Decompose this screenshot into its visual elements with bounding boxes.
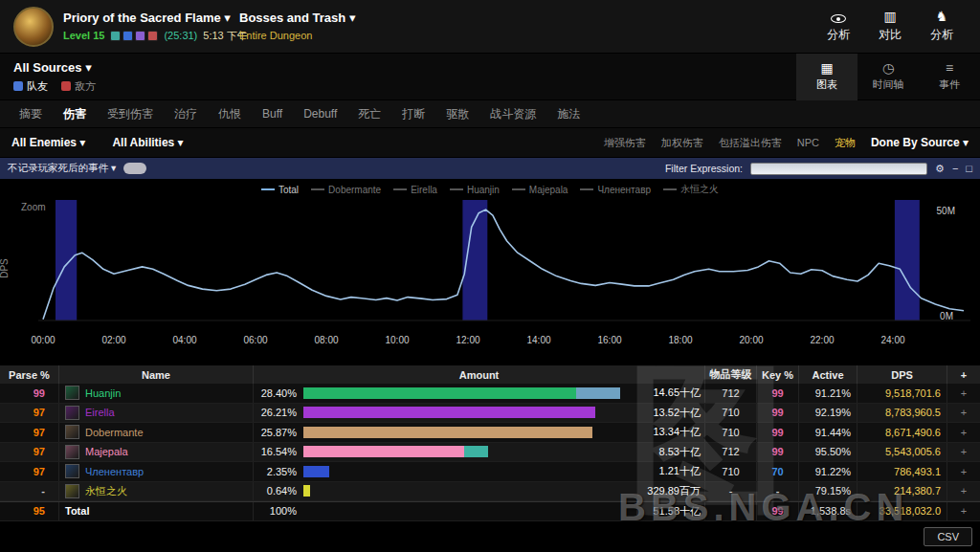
fight-selector[interactable]: Bosses and Trash ▾ (239, 11, 355, 25)
column-header[interactable]: Name (59, 365, 254, 384)
x-tick-label: 02:00 (97, 335, 131, 345)
expand-row-button[interactable]: + (947, 462, 980, 481)
view-tab-label: 时间轴 (873, 77, 904, 92)
tab[interactable]: 死亡 (348, 99, 390, 129)
dps-chart-plot[interactable] (0, 196, 980, 332)
dps-cell: 214,380.7 (858, 482, 947, 501)
list-icon: ≡ (946, 61, 953, 76)
top-nav: 分析▥对比♞分析 (827, 10, 967, 43)
damage-option[interactable]: 加权伤害 (661, 136, 703, 150)
nav-item-eye[interactable]: 分析 (827, 10, 850, 43)
legend-item[interactable]: Членентавр (580, 183, 651, 196)
nav-item-bank[interactable]: ▥对比 (879, 10, 902, 43)
tab[interactable]: 打断 (392, 99, 434, 129)
table-row[interactable]: 97Членентавр2.35%1.21十亿7107091.22%786,49… (0, 462, 980, 482)
key-percent-cell: 99 (757, 443, 799, 462)
expand-row-button[interactable]: + (947, 384, 980, 403)
expand-row-button[interactable]: + (947, 404, 980, 423)
tab[interactable]: 伤害 (54, 99, 96, 129)
death-filter-dropdown[interactable]: 不记录玩家死后的事件 ▾ (8, 162, 116, 175)
table-row[interactable]: 97Majepala16.54%8.53十亿7129995.50%5,543,0… (0, 443, 980, 463)
nav-label: 对比 (879, 27, 902, 43)
csv-button[interactable]: CSV (924, 527, 972, 546)
active-cell: 79.15% (799, 482, 858, 501)
table-row[interactable]: 97Dobermante25.87%13.34十亿7109991.44%8,67… (0, 423, 980, 443)
column-header[interactable]: Active (799, 365, 858, 384)
tab[interactable]: 驱散 (436, 99, 479, 129)
nav-item-chess[interactable]: ♞分析 (930, 10, 953, 43)
table-row[interactable]: -永恒之火0.64%329.89百万--79.15%214,380.7+ (0, 482, 980, 502)
dps-cell: 9,518,701.6 (858, 384, 947, 403)
tab[interactable]: 仇恨 (209, 99, 251, 129)
fight-subtitle: Entire Dungeon (239, 30, 355, 41)
key-percent-cell: 70 (757, 462, 799, 481)
filter-options: 增强伤害加权伤害包括溢出伤害NPC宠物Done By Source ▾ (604, 136, 969, 150)
bar-track (303, 466, 620, 477)
tab[interactable]: 摘要 (10, 99, 52, 129)
minimize-icon[interactable]: − (952, 163, 958, 174)
damage-option[interactable]: NPC (797, 137, 819, 148)
view-tab-label: 图表 (816, 77, 837, 92)
expand-row-button[interactable]: + (947, 502, 980, 520)
all-abilities-dropdown[interactable]: All Abilities ▾ (112, 136, 183, 149)
player-name[interactable]: Huanjin (85, 387, 121, 399)
tab[interactable]: 施法 (547, 99, 590, 129)
expand-row-button[interactable]: + (947, 423, 980, 442)
enemies-label: 敌方 (75, 79, 96, 94)
report-title-dropdown[interactable]: Priory of the Sacred Flame ▾ (63, 11, 248, 25)
player-name[interactable]: Total (65, 505, 89, 517)
column-header[interactable]: 物品等级 (705, 365, 757, 384)
table-body: 99Huanjin28.40%14.65十亿7129991.21%9,518,7… (0, 384, 980, 521)
legend-item[interactable]: Majepala (512, 183, 568, 196)
all-sources-dropdown[interactable]: All Sources ▾ (13, 60, 96, 75)
column-header[interactable]: Parse % (0, 365, 59, 384)
damage-option[interactable]: 包括溢出伤害 (719, 136, 782, 150)
column-header[interactable]: DPS (858, 365, 947, 384)
column-header[interactable]: Amount (254, 365, 705, 384)
damage-option[interactable]: 增强伤害 (604, 136, 646, 150)
filter-expression-input[interactable] (750, 163, 927, 175)
view-tab-list[interactable]: ≡事件 (919, 54, 980, 100)
tab[interactable]: 战斗资源 (480, 99, 546, 129)
y-max-label: 50M (937, 206, 955, 216)
column-header[interactable]: Key % (757, 365, 799, 384)
tab[interactable]: 治疗 (165, 99, 207, 129)
legend-item[interactable]: Huanjin (450, 183, 500, 196)
done-by-source-dropdown[interactable]: Done By Source ▾ (871, 136, 969, 149)
player-name[interactable]: 永恒之火 (85, 484, 127, 498)
table-row[interactable]: 97Eirella26.21%13.52十亿7109992.19%8,783,9… (0, 404, 980, 424)
tab[interactable]: Buff (253, 100, 292, 127)
all-enemies-dropdown[interactable]: All Enemies ▾ (11, 136, 85, 149)
player-name[interactable]: Eirella (85, 407, 115, 418)
x-tick-label: 16:00 (592, 335, 627, 345)
table-row[interactable]: 99Huanjin28.40%14.65十亿7129991.21%9,518,7… (0, 384, 980, 404)
view-tab-grid[interactable]: ▦图表 (796, 54, 858, 100)
tab[interactable]: Debuff (294, 100, 346, 127)
legend-dash-icon (311, 188, 324, 190)
name-cell: Членентавр (59, 462, 254, 481)
legend-item[interactable]: Eirella (393, 183, 437, 196)
amount-cell: 26.21%13.52十亿 (254, 404, 705, 423)
parse-cell: 95 (0, 502, 59, 520)
maximize-icon[interactable]: □ (966, 163, 972, 174)
damage-option[interactable]: 宠物 (835, 136, 856, 150)
legend-item[interactable]: 永恒之火 (663, 183, 719, 196)
parse-cell: 97 (0, 443, 59, 462)
enemies-filter[interactable]: 敌方 (61, 79, 96, 94)
player-name[interactable]: Членентавр (85, 466, 144, 477)
legend-item[interactable]: Total (261, 183, 299, 196)
column-header[interactable]: + (947, 365, 980, 384)
expand-row-button[interactable]: + (947, 482, 980, 501)
player-name[interactable]: Dobermante (85, 427, 144, 438)
expand-row-button[interactable]: + (947, 443, 980, 462)
dungeon-icon[interactable] (13, 7, 54, 47)
legend-item[interactable]: Dobermante (311, 183, 381, 196)
tab[interactable]: 受到伤害 (98, 99, 163, 129)
gear-icon[interactable]: ⚙ (935, 163, 945, 174)
view-tab-clock[interactable]: ◷时间轴 (858, 54, 919, 100)
player-name[interactable]: Majepala (85, 446, 128, 457)
x-tick-label: 20:00 (734, 335, 768, 345)
death-filter-toggle[interactable] (123, 163, 146, 174)
friendlies-filter[interactable]: 队友 (13, 79, 48, 94)
table-total-row[interactable]: 95Total100%51.58十亿991,538.8s33,518,032.0… (0, 501, 980, 521)
